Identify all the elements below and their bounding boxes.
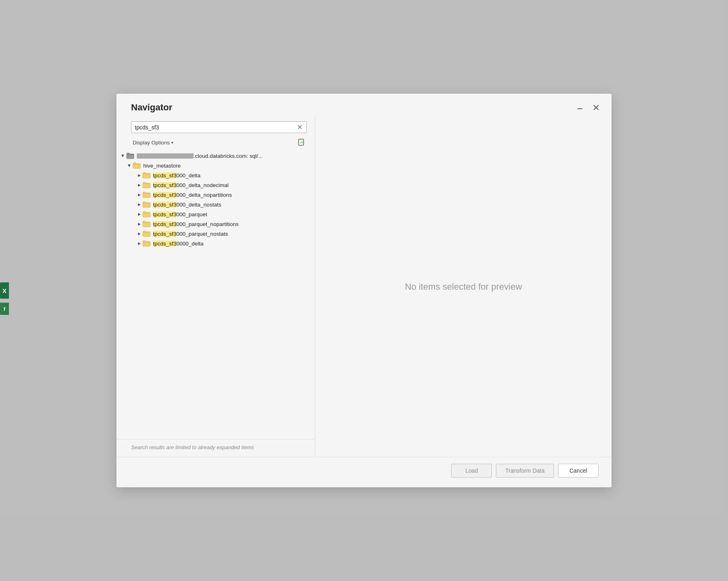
- hive-metastore-label: hive_metastore: [143, 163, 181, 169]
- minimize-button[interactable]: [574, 102, 586, 113]
- search-box: ✕: [131, 121, 307, 133]
- item2-label: tpcds_sf3000_delta_nodecimal: [153, 182, 228, 188]
- expand-arrow-hive: ▶: [126, 162, 133, 169]
- list-item[interactable]: ▶ tpcds_sf3000_delta_nostats: [116, 200, 315, 209]
- folder-icon-item4: [142, 201, 151, 208]
- load-button[interactable]: Load: [451, 464, 492, 478]
- refresh-button[interactable]: [296, 137, 307, 148]
- dialog-body: ✕ Display Options ▾: [116, 116, 612, 457]
- left-panel: ✕ Display Options ▾: [116, 116, 315, 457]
- folder-icon-item7: [142, 230, 151, 237]
- expand-arrow-item3: ▶: [136, 192, 142, 198]
- close-button[interactable]: [590, 102, 602, 113]
- list-item[interactable]: ▶ tpcds_sf3000_delta_nodecimal: [116, 180, 315, 190]
- root-label-suffix: .cloud.databricks.com: sql/...: [194, 153, 263, 159]
- excel-f-tab: f: [0, 303, 9, 315]
- expand-arrow-item4: ▶: [136, 201, 142, 208]
- expand-arrow-item6: ▶: [136, 221, 142, 227]
- dialog-titlebar: Navigator: [116, 94, 612, 116]
- tree-node-root[interactable]: ▶ .cloud.databricks.com: sql/...: [116, 151, 315, 161]
- dialog-title: Navigator: [131, 102, 172, 113]
- folder-icon-item8: [142, 240, 151, 247]
- transform-data-button[interactable]: Transform Data: [496, 464, 554, 478]
- list-item[interactable]: ▶ tpcds_sf30000_delta: [116, 239, 315, 248]
- root-node-label: .cloud.databricks.com: sql/...: [137, 153, 263, 159]
- folder-icon-item1: [142, 172, 151, 179]
- clear-search-button[interactable]: ✕: [296, 123, 303, 131]
- item5-label: tpcds_sf3000_parquet: [153, 211, 207, 217]
- folder-icon-item3: [142, 192, 151, 198]
- expand-arrow-root: ▶: [120, 153, 126, 159]
- item3-label: tpcds_sf3000_delta_nopartitions: [153, 192, 232, 198]
- display-options-row: Display Options ▾: [116, 136, 315, 151]
- chevron-down-icon: ▾: [171, 140, 173, 145]
- search-input[interactable]: [135, 124, 296, 131]
- list-item[interactable]: ▶ tpcds_sf3000_parquet: [116, 209, 315, 219]
- folder-icon-item2: [142, 182, 151, 188]
- expand-arrow-item5: ▶: [136, 211, 142, 217]
- svg-rect-0: [577, 108, 582, 109]
- expand-arrow-item7: ▶: [136, 230, 142, 237]
- folder-icon-item6: [142, 221, 151, 227]
- titlebar-controls: [574, 102, 602, 113]
- expand-arrow-item2: ▶: [136, 182, 142, 188]
- folder-icon-hive: [133, 162, 141, 169]
- navigator-dialog: Navigator: [116, 94, 612, 487]
- folder-icon-item5: [142, 211, 151, 217]
- tree-node-hive-metastore[interactable]: ▶ hive_metastore: [116, 161, 315, 170]
- search-note: Search results are limited to already ex…: [116, 439, 315, 457]
- redacted-host: [137, 153, 194, 159]
- list-item[interactable]: ▶ tpcds_sf3000_delta_nopartitions: [116, 190, 315, 200]
- excel-logo: X: [0, 282, 9, 299]
- search-row: ✕: [116, 116, 315, 136]
- item8-label: tpcds_sf30000_delta: [153, 241, 204, 247]
- list-item[interactable]: ▶ tpcds_sf3000_parquet_nostats: [116, 229, 315, 239]
- list-item[interactable]: ▶ tpcds_sf3000_parquet_nopartitions: [116, 219, 315, 229]
- cancel-button[interactable]: Cancel: [558, 464, 599, 478]
- tree-area: ▶ .cloud.databricks.com: sql/...: [116, 151, 315, 439]
- item1-label: tpcds_sf3000_delta: [153, 172, 200, 179]
- item7-label: tpcds_sf3000_parquet_nostats: [153, 231, 228, 237]
- display-options-button[interactable]: Display Options ▾: [131, 139, 175, 146]
- right-panel: No items selected for preview: [315, 116, 612, 457]
- dialog-backdrop: X f Navigator: [0, 0, 728, 581]
- list-item[interactable]: ▶ tpcds_sf3000_delta: [116, 170, 315, 180]
- dialog-footer: Load Transform Data Cancel: [116, 457, 612, 487]
- no-preview-text: No items selected for preview: [405, 282, 522, 292]
- folder-icon-root: [126, 153, 134, 159]
- search-note-text: Search results are limited to already ex…: [131, 444, 254, 450]
- item6-label: tpcds_sf3000_parquet_nopartitions: [153, 221, 239, 227]
- expand-arrow-item8: ▶: [136, 240, 142, 247]
- display-options-label: Display Options: [133, 140, 170, 146]
- expand-arrow-item1: ▶: [136, 172, 142, 179]
- item4-label: tpcds_sf3000_delta_nostats: [153, 202, 221, 208]
